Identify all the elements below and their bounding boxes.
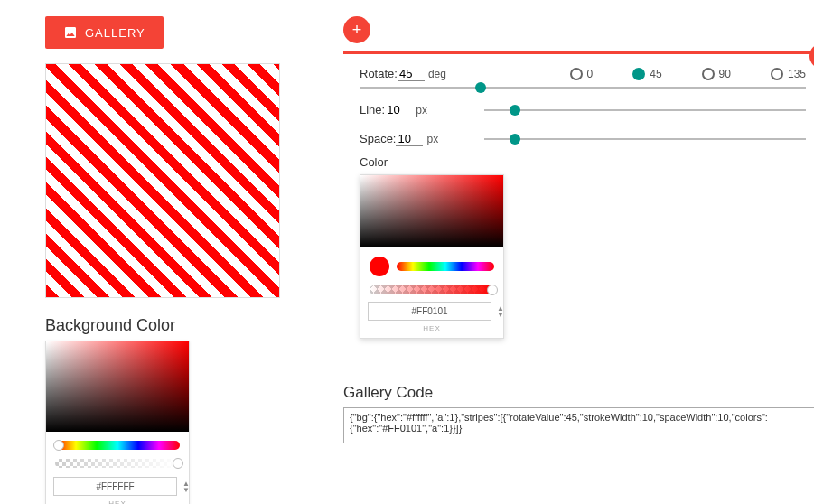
stripe-format-stepper[interactable]: ▲▼ xyxy=(497,305,504,318)
rotate-option-label: 0 xyxy=(587,68,594,80)
rotate-label: Rotate: xyxy=(360,67,398,80)
rotate-row: Rotate: deg 04590135 xyxy=(360,67,806,81)
radio-icon xyxy=(702,68,715,80)
bg-hex-format-label: HEX xyxy=(46,499,189,504)
stripe-hex-format-label: HEX xyxy=(360,324,503,338)
stripe-saturation-area[interactable] xyxy=(360,175,503,247)
rotate-option-label: 45 xyxy=(650,68,661,80)
stripe-color-picker[interactable]: ▲▼ HEX xyxy=(360,174,504,339)
stripe-hex-input[interactable] xyxy=(368,302,491,321)
line-input[interactable] xyxy=(385,103,412,117)
stripe-preview xyxy=(45,63,280,298)
bg-alpha-handle[interactable] xyxy=(173,458,183,469)
rotate-option-label: 135 xyxy=(788,68,806,80)
rotate-input[interactable] xyxy=(398,67,425,81)
space-slider-handle[interactable] xyxy=(510,134,520,145)
stripe-alpha-handle[interactable] xyxy=(487,285,498,295)
space-slider[interactable] xyxy=(484,138,806,140)
bg-hue-handle[interactable] xyxy=(53,440,64,451)
rotate-option-0[interactable]: 0 xyxy=(570,68,594,80)
radio-icon xyxy=(771,68,783,80)
gallery-code-output[interactable] xyxy=(343,407,814,443)
stripe-alpha-slider[interactable] xyxy=(370,285,494,294)
line-slider-handle[interactable] xyxy=(510,105,520,116)
close-panel-button[interactable] xyxy=(809,43,814,69)
rotate-option-45[interactable]: 45 xyxy=(632,68,661,80)
gallery-button[interactable]: GALLERY xyxy=(45,16,164,49)
rotate-slider[interactable] xyxy=(360,87,806,89)
rotate-option-135[interactable]: 135 xyxy=(771,68,806,80)
space-input[interactable] xyxy=(396,132,423,146)
rotate-unit: deg xyxy=(428,68,446,80)
line-slider[interactable] xyxy=(484,109,806,111)
bg-alpha-slider[interactable] xyxy=(55,459,180,468)
gallery-code-label: Gallery Code xyxy=(343,384,814,402)
image-icon xyxy=(63,25,78,40)
bg-hex-input[interactable] xyxy=(53,477,177,496)
bg-color-picker[interactable]: ▲▼ HEX xyxy=(45,341,190,504)
line-label: Line: xyxy=(360,103,385,117)
stripe-color-swatch xyxy=(370,257,389,276)
bg-format-stepper[interactable]: ▲▼ xyxy=(182,481,190,493)
stripe-hue-slider[interactable] xyxy=(397,262,494,271)
space-label: Space: xyxy=(360,132,396,145)
stripe-panel: Rotate: deg 04590135 Line: px Space: xyxy=(343,51,814,355)
line-unit: px xyxy=(416,104,427,117)
bg-saturation-area[interactable] xyxy=(46,341,189,432)
space-row: Space: px xyxy=(360,132,806,146)
rotate-option-90[interactable]: 90 xyxy=(702,68,731,80)
line-row: Line: px xyxy=(360,103,806,117)
space-unit: px xyxy=(426,133,438,145)
radio-icon xyxy=(570,68,583,80)
rotate-slider-handle[interactable] xyxy=(475,82,486,93)
rotate-option-label: 90 xyxy=(719,68,731,80)
bg-hue-slider[interactable] xyxy=(55,441,180,450)
gallery-button-label: GALLERY xyxy=(85,26,145,40)
add-stripe-button[interactable]: + xyxy=(343,16,370,43)
radio-icon xyxy=(632,68,645,80)
stripe-color-label: Color xyxy=(360,155,806,169)
background-color-label: Background Color xyxy=(45,316,280,335)
